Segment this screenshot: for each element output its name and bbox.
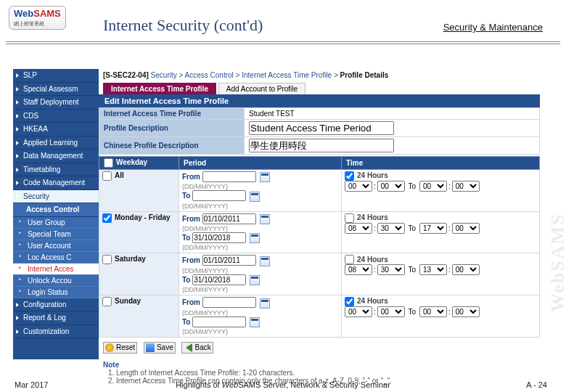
text-input[interactable] (249, 121, 394, 135)
time-select[interactable]: 00 (452, 264, 480, 275)
breadcrumb-link[interactable]: Access Control (185, 71, 234, 79)
time-select[interactable]: 00 (452, 181, 480, 192)
period-cell: From (DD/MM/YYYY)To (DD/MM/YYYY) (179, 295, 341, 338)
field-value: Student TEST (245, 108, 540, 120)
calendar-icon[interactable] (250, 233, 260, 243)
time-select[interactable]: 00 (377, 306, 405, 317)
sidebar-subitem[interactable]: Special Team (13, 229, 99, 240)
breadcrumb-link[interactable]: Security (151, 71, 177, 79)
sidebar-item[interactable]: SLP (13, 69, 99, 83)
time-select[interactable]: 00 (345, 306, 372, 317)
sidebar-subitem[interactable]: User Group (13, 217, 99, 229)
time-select[interactable]: 30 (377, 264, 405, 275)
time-select[interactable]: 30 (377, 223, 405, 234)
page-subtitle: Security & Maintenance (443, 22, 543, 33)
period-cell: From (DD/MM/YYYY)To (DD/MM/YYYY) (179, 253, 341, 295)
back-button[interactable]: Back (181, 342, 213, 354)
sidebar-item[interactable]: CDS (13, 110, 99, 123)
sidebar: SLPSpecial AssessmStaff DeploymentCDSHKE… (13, 69, 99, 359)
sidebar-subitem[interactable]: Unlock Accou (13, 275, 99, 287)
date-input[interactable] (202, 297, 256, 308)
weekday-cell: Saturday (99, 253, 179, 295)
tab-add-account[interactable]: Add Account to Profile (218, 83, 305, 94)
date-input[interactable] (202, 171, 256, 182)
time-select[interactable]: 08 (345, 264, 372, 275)
date-input[interactable] (202, 213, 256, 224)
time-select[interactable]: 13 (419, 264, 447, 275)
main-panel: [S-SEC22-04] Security > Access Control >… (99, 69, 540, 389)
breadcrumb-link[interactable]: Internet Access Time Profile (242, 71, 332, 79)
time-cell: 24 Hours08:30 To 13:00 (342, 253, 540, 295)
24h-checkbox[interactable] (345, 213, 354, 223)
sidebar-item[interactable]: Special Assessm (13, 83, 99, 97)
sidebar-submenu: Access Control User GroupSpecial TeamUse… (13, 203, 99, 298)
weekday-cell: Sunday (99, 295, 179, 338)
weekday-cell: All (99, 170, 179, 212)
calendar-icon[interactable] (250, 275, 260, 285)
field-value (245, 137, 540, 155)
date-input[interactable] (192, 274, 246, 285)
footer-page: A - 24 (526, 380, 547, 389)
row-checkbox[interactable] (102, 171, 112, 181)
time-select[interactable]: 00 (452, 223, 480, 234)
calendar-icon[interactable] (260, 298, 270, 309)
time-select[interactable]: 00 (419, 306, 447, 317)
time-select[interactable]: 00 (419, 181, 447, 192)
reset-icon (105, 343, 114, 352)
breadcrumb: [S-SEC22-04] Security > Access Control >… (99, 69, 540, 81)
row-checkbox[interactable] (102, 297, 112, 306)
col-period: Period (179, 157, 341, 170)
calendar-icon[interactable] (260, 214, 270, 224)
calendar-icon[interactable] (260, 172, 270, 182)
24h-checkbox[interactable] (345, 171, 354, 181)
profile-fields: Internet Access Time ProfileStudent TEST… (99, 107, 540, 155)
sidebar-item[interactable]: HKEAA (13, 123, 99, 136)
sidebar-item[interactable]: Timetabling (13, 163, 99, 177)
date-input[interactable] (192, 190, 246, 201)
sidebar-item-access-control[interactable]: Access Control (13, 203, 99, 217)
period-cell: From (DD/MM/YYYY)To (DD/MM/YYYY) (179, 170, 341, 212)
time-select[interactable]: 00 (345, 181, 372, 192)
sidebar-item[interactable]: Data Management (13, 150, 99, 163)
sidebar-subitem[interactable]: User Account (13, 240, 99, 252)
time-select[interactable]: 17 (419, 223, 447, 234)
sidebar-subitem[interactable]: Login Status (13, 287, 99, 298)
field-label: Internet Access Time Profile (99, 108, 245, 120)
note-item: Length of Internet Access Time Profile: … (116, 369, 536, 377)
sidebar-subitem[interactable]: Internet Acces (13, 264, 99, 275)
time-select[interactable]: 08 (345, 223, 372, 234)
sidebar-item[interactable]: Applied Learning (13, 136, 99, 150)
col-time: Time (342, 157, 540, 170)
period-cell: From (DD/MM/YYYY)To (DD/MM/YYYY) (179, 211, 341, 253)
button-bar: Reset Save Back (99, 338, 540, 358)
calendar-icon[interactable] (260, 256, 270, 266)
save-button[interactable]: Save (144, 342, 176, 354)
sidebar-subitem[interactable]: Loc Access C (13, 252, 99, 264)
sidebar-item[interactable]: Staff Deployment (13, 96, 99, 110)
text-input[interactable] (249, 139, 394, 152)
date-input[interactable] (192, 317, 246, 327)
tab-profile[interactable]: Internet Access Time Profile (103, 83, 216, 94)
sidebar-item[interactable]: Customization (13, 325, 99, 339)
logo-web: Web (14, 8, 33, 19)
date-input[interactable] (202, 255, 256, 266)
calendar-icon[interactable] (250, 317, 260, 327)
back-icon (184, 343, 192, 352)
reset-button[interactable]: Reset (103, 342, 137, 354)
calendar-icon[interactable] (250, 192, 260, 202)
logo: WebSAMS 網上校管系統 (9, 6, 66, 30)
sidebar-item[interactable]: Configuration (13, 298, 99, 312)
sidebar-item[interactable]: Report & Log (13, 311, 99, 325)
row-checkbox[interactable] (102, 213, 112, 223)
time-select[interactable]: 00 (377, 181, 405, 192)
sidebar-item-security[interactable]: Security (13, 190, 99, 204)
24h-checkbox[interactable] (345, 297, 354, 306)
check-all[interactable] (104, 158, 113, 168)
24h-checkbox[interactable] (345, 255, 354, 264)
sidebar-item[interactable]: Code Management (13, 176, 99, 190)
row-checkbox[interactable] (102, 255, 112, 264)
time-select[interactable]: 00 (452, 306, 480, 317)
logo-chinese: 網上校管系統 (14, 21, 44, 26)
date-input[interactable] (192, 232, 246, 243)
field-label: Chinese Profile Description (99, 137, 245, 155)
